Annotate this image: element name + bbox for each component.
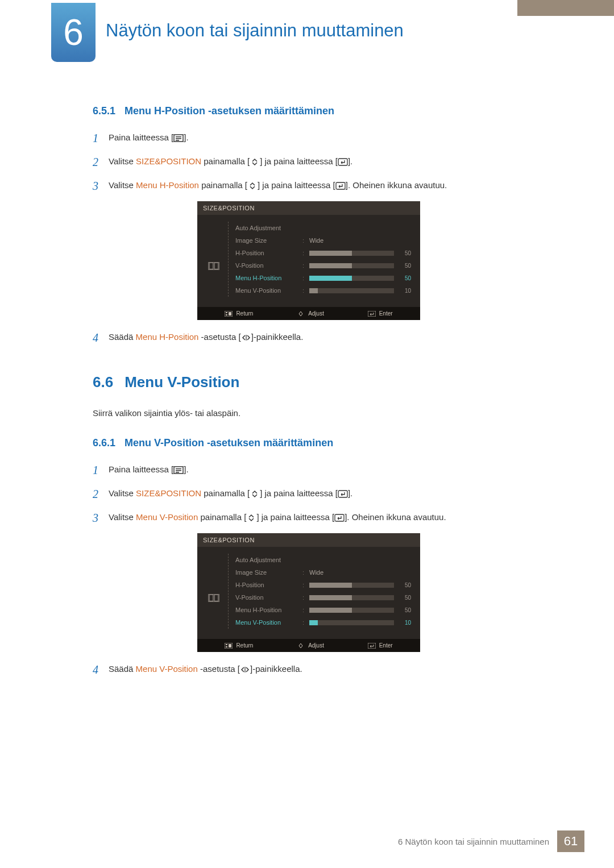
svg-rect-4 <box>338 159 347 165</box>
osd-footer-return: Return <box>225 642 253 649</box>
subsection-number: 6.5.1 <box>93 105 115 117</box>
osd-row-menu-vposition: Menu V-Position:10 <box>235 284 411 297</box>
chapter-number-tab: 6 <box>51 3 96 62</box>
step-text: Säädä Menu V-Position -asetusta []-paini… <box>109 661 525 676</box>
osd-header: SIZE&POSITION <box>197 533 420 547</box>
section-heading: 6.6 Menu V-Position <box>93 373 525 391</box>
step-list: 4 Säädä Menu V-Position -asetusta []-pai… <box>93 661 525 678</box>
subsection-title: Menu V-Position -asetuksen määrittäminen <box>125 437 333 448</box>
subsection-651: 6.5.1Menu H-Position -asetuksen määrittä… <box>93 105 525 346</box>
svg-rect-11 <box>229 312 231 315</box>
step-text: Valitse SIZE&POSITION painamalla [] ja p… <box>109 485 525 500</box>
section-title: Menu V-Position <box>125 373 239 391</box>
step-text: Valitse Menu V-Position painamalla [] ja… <box>109 509 525 524</box>
highlight-term: Menu V-Position <box>136 512 198 522</box>
highlight-term: Menu V-Position <box>136 664 198 674</box>
highlight-term: SIZE&POSITION <box>136 488 201 498</box>
page-number: 61 <box>557 830 584 852</box>
top-accent-bar <box>517 0 614 16</box>
svg-rect-18 <box>338 491 347 497</box>
osd-row-hposition: H-Position:50 <box>235 247 411 259</box>
step-list: 4 Säädä Menu H-Position -asetusta []-pai… <box>93 329 525 346</box>
subsection-661: 6.6.1Menu V-Position -asetuksen määrittä… <box>93 437 525 678</box>
enter-icon <box>338 490 348 498</box>
step-number: 4 <box>93 329 109 346</box>
osd-footer-adjust: Adjust <box>297 642 324 649</box>
footer-chapter-text: 6 Näytön koon tai sijainnin muuttaminen <box>390 830 557 852</box>
step-text: Säädä Menu H-Position -asetusta []-paini… <box>109 329 525 344</box>
step-list: 1 Paina laitteessa []. 2 Valitse SIZE&PO… <box>93 130 525 194</box>
osd-row-imagesize: Image Size:Wide <box>235 566 411 579</box>
osd-row-menu-hposition: Menu H-Position:50 <box>235 604 411 616</box>
svg-rect-3 <box>176 140 179 141</box>
step-text: Paina laitteessa []. <box>109 130 525 144</box>
menu-icon <box>173 134 184 142</box>
step-item: 2 Valitse SIZE&POSITION painamalla [] ja… <box>93 485 525 502</box>
svg-rect-7 <box>214 263 218 269</box>
osd-row-menu-hposition: Menu H-Position:50 <box>235 272 411 284</box>
osd-screenshot: SIZE&POSITION Auto Adjustment Image Size… <box>93 533 525 652</box>
svg-rect-17 <box>176 472 179 473</box>
subsection-title: Menu H-Position -asetuksen määrittäminen <box>125 105 334 117</box>
step-item: 3 Valitse Menu H-Position painamalla [] … <box>93 177 525 194</box>
osd-panel: SIZE&POSITION Auto Adjustment Image Size… <box>197 201 420 320</box>
svg-rect-26 <box>368 643 376 649</box>
osd-row-vposition: V-Position:50 <box>235 259 411 272</box>
osd-footer-enter: Enter <box>368 642 393 649</box>
svg-rect-5 <box>336 182 345 189</box>
osd-row-auto: Auto Adjustment <box>235 222 411 234</box>
chapter-number: 6 <box>63 11 84 53</box>
osd-row-vposition: V-Position:50 <box>235 591 411 604</box>
osd-footer-adjust: Adjust <box>297 310 324 317</box>
osd-footer-enter: Enter <box>368 310 393 317</box>
svg-rect-16 <box>176 470 181 471</box>
subsection-heading: 6.6.1Menu V-Position -asetuksen määrittä… <box>93 437 525 449</box>
step-number: 2 <box>93 153 109 171</box>
menu-icon <box>173 466 184 474</box>
svg-rect-25 <box>229 644 231 647</box>
section-lead-text: Siirrä valikon sijaintia ylös- tai alasp… <box>93 408 525 418</box>
step-item: 4 Säädä Menu V-Position -asetusta []-pai… <box>93 661 525 678</box>
osd-footer: Return Adjust Enter <box>197 639 420 652</box>
svg-rect-21 <box>214 595 218 601</box>
svg-rect-2 <box>176 138 181 139</box>
osd-header: SIZE&POSITION <box>197 201 420 215</box>
highlight-term: Menu H-Position <box>136 180 199 190</box>
step-number: 4 <box>93 661 109 678</box>
page-footer: 6 Näytön koon tai sijainnin muuttaminen … <box>390 830 584 852</box>
osd-row-auto: Auto Adjustment <box>235 554 411 566</box>
step-text: Valitse SIZE&POSITION painamalla [] ja p… <box>109 153 525 168</box>
step-text: Valitse Menu H-Position painamalla [] ja… <box>109 177 525 192</box>
osd-category-icon <box>206 554 221 629</box>
step-number: 1 <box>93 462 109 479</box>
svg-rect-23 <box>226 644 227 645</box>
step-item: 3 Valitse Menu V-Position painamalla [] … <box>93 509 525 526</box>
subsection-heading: 6.5.1Menu H-Position -asetuksen määrittä… <box>93 105 525 117</box>
osd-footer-return: Return <box>225 310 253 317</box>
section-number: 6.6 <box>93 373 113 391</box>
svg-rect-1 <box>176 136 181 138</box>
step-item: 1 Paina laitteessa []. <box>93 462 525 479</box>
enter-icon <box>335 182 346 190</box>
step-number: 1 <box>93 130 109 147</box>
svg-rect-24 <box>226 646 227 647</box>
osd-screenshot: SIZE&POSITION Auto Adjustment Image Size… <box>93 201 525 320</box>
svg-rect-9 <box>226 312 227 313</box>
updown-icon <box>250 158 260 166</box>
updown-icon <box>247 182 258 190</box>
subsection-number: 6.6.1 <box>93 437 115 448</box>
step-number: 3 <box>93 177 109 194</box>
step-number: 2 <box>93 485 109 502</box>
svg-rect-19 <box>335 514 344 521</box>
enter-icon <box>334 514 345 522</box>
osd-category-icon <box>206 222 221 297</box>
step-item: 4 Säädä Menu H-Position -asetusta []-pai… <box>93 329 525 346</box>
osd-row-imagesize: Image Size:Wide <box>235 234 411 247</box>
svg-rect-20 <box>209 595 213 601</box>
updown-icon <box>250 490 260 498</box>
osd-panel: SIZE&POSITION Auto Adjustment Image Size… <box>197 533 420 652</box>
enter-icon <box>338 158 348 166</box>
osd-row-menu-vposition: Menu V-Position:10 <box>235 616 411 629</box>
svg-rect-15 <box>176 468 181 470</box>
highlight-term: SIZE&POSITION <box>136 156 201 166</box>
